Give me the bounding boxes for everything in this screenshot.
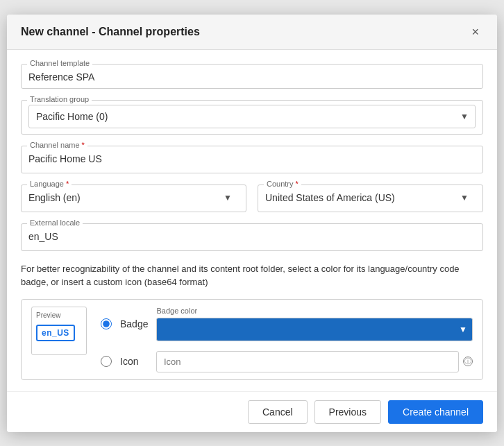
channel-template-fieldset: Channel template Reference SPA <box>21 64 483 89</box>
preview-badge-section: Preview en_US Badge Badge color ▼ <box>21 299 483 380</box>
language-fieldset: Language * English (en) ▼ <box>21 185 246 212</box>
external-locale-label: External locale <box>27 218 83 227</box>
badge-option-row: Badge Badge color ▼ <box>101 307 473 341</box>
icon-option-row: Icon ⓘ <box>101 351 473 372</box>
channel-template-label: Channel template <box>27 59 92 67</box>
info-text: For better recognizability of the channe… <box>21 262 483 289</box>
dialog-body: Channel template Reference SPA Translati… <box>7 50 497 391</box>
preview-box: Preview en_US <box>31 307 87 355</box>
badge-label: Badge <box>120 318 148 329</box>
translation-group-fieldset: Translation group Pacific Home (0) ▼ <box>21 100 483 135</box>
translation-group-field: Translation group Pacific Home (0) ▼ <box>21 100 483 135</box>
badge-color-label: Badge color <box>156 307 473 315</box>
preview-label: Preview <box>36 311 61 319</box>
locale-badge: en_US <box>36 325 75 341</box>
color-bar[interactable] <box>156 318 473 341</box>
language-field: Language * English (en) ▼ <box>21 185 246 212</box>
country-select[interactable]: United States of America (US) <box>265 189 476 206</box>
previous-button[interactable]: Previous <box>314 400 381 424</box>
country-field: Country * United States of America (US) … <box>258 185 483 212</box>
info-icon: ⓘ <box>463 357 473 366</box>
language-label: Language * <box>27 180 72 188</box>
language-country-row: Language * English (en) ▼ Country * <box>21 185 483 212</box>
external-locale-field: External locale <box>21 223 483 251</box>
translation-group-select[interactable]: Pacific Home (0) <box>28 105 476 128</box>
external-locale-input[interactable] <box>28 228 476 245</box>
dialog-title: New channel - Channel properties <box>21 26 200 38</box>
channel-template-field: Channel template Reference SPA <box>21 64 483 89</box>
language-select[interactable]: English (en) <box>28 189 239 206</box>
external-locale-fieldset: External locale <box>21 223 483 251</box>
icon-input[interactable] <box>156 351 459 372</box>
channel-template-value: Reference SPA <box>28 69 476 83</box>
dialog-footer: Cancel Previous Create channel <box>7 391 497 432</box>
close-button[interactable]: × <box>467 24 483 40</box>
country-select-wrapper: United States of America (US) ▼ <box>265 189 476 206</box>
preview-container: Preview en_US <box>31 307 87 355</box>
channel-name-input[interactable] <box>28 151 476 167</box>
badge-radio[interactable] <box>101 318 112 329</box>
cancel-button[interactable]: Cancel <box>248 400 308 424</box>
country-fieldset: Country * United States of America (US) … <box>258 185 483 212</box>
translation-group-select-wrapper: Pacific Home (0) ▼ <box>28 105 476 128</box>
icon-label: Icon <box>120 356 148 367</box>
channel-name-fieldset: Channel name * <box>21 146 483 173</box>
color-select-wrapper: ▼ <box>156 318 473 341</box>
channel-name-label: Channel name * <box>27 141 87 149</box>
icon-radio[interactable] <box>101 356 112 367</box>
options-section: Badge Badge color ▼ Icon ⓘ <box>101 307 473 372</box>
badge-color-section: Badge color ▼ <box>156 307 473 341</box>
language-select-wrapper: English (en) ▼ <box>28 189 239 206</box>
new-channel-dialog: New channel - Channel properties × Chann… <box>7 15 497 432</box>
icon-input-wrapper: ⓘ <box>156 351 473 372</box>
dialog-header: New channel - Channel properties × <box>7 15 497 50</box>
country-label: Country * <box>264 180 301 188</box>
translation-group-label: Translation group <box>27 95 92 103</box>
channel-name-field: Channel name * <box>21 146 483 173</box>
create-channel-button[interactable]: Create channel <box>388 400 483 424</box>
